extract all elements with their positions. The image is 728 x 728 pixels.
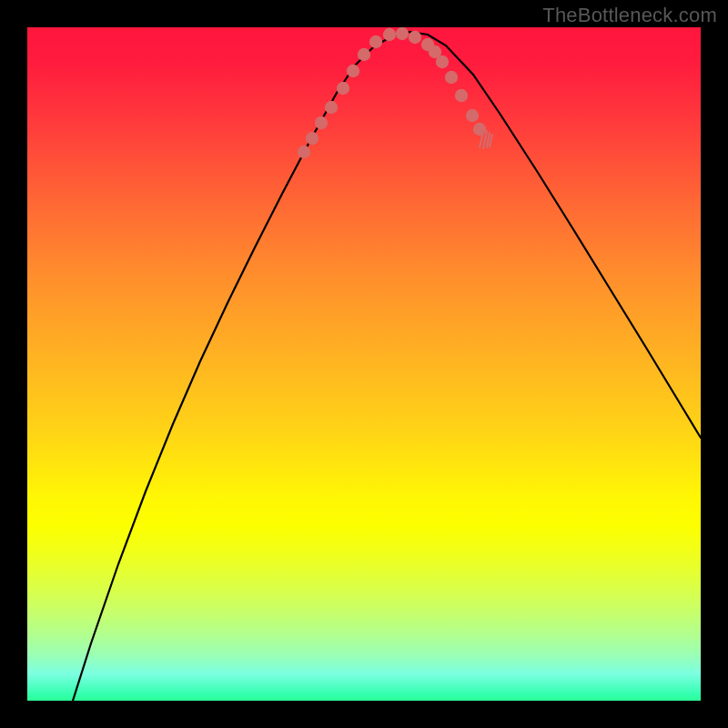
bottleneck-curve: [73, 32, 701, 701]
plot-area: [27, 27, 701, 701]
overlay-dot: [436, 56, 449, 68]
overlay-dot: [473, 123, 486, 136]
overlay-dots: [298, 27, 486, 158]
curve-layer: [27, 27, 701, 701]
overlay-dot: [409, 31, 421, 44]
overlay-dot: [455, 89, 468, 102]
overlay-dot: [347, 65, 359, 77]
overlay-dot: [396, 27, 409, 40]
overlay-dot: [298, 146, 310, 158]
overlay-dot: [383, 28, 396, 41]
overlay-dot: [445, 71, 458, 84]
overlay-dot: [369, 35, 382, 48]
chart-frame: TheBottleneck.com: [0, 0, 728, 728]
overlay-dot: [358, 48, 370, 61]
svg-line-3: [490, 135, 492, 147]
overlay-dot: [337, 82, 349, 95]
overlay-dot: [466, 109, 479, 122]
watermark-text: TheBottleneck.com: [542, 4, 717, 27]
overlay-dot: [306, 132, 318, 145]
overlay-dot: [325, 101, 338, 114]
overlay-dot: [315, 116, 328, 129]
